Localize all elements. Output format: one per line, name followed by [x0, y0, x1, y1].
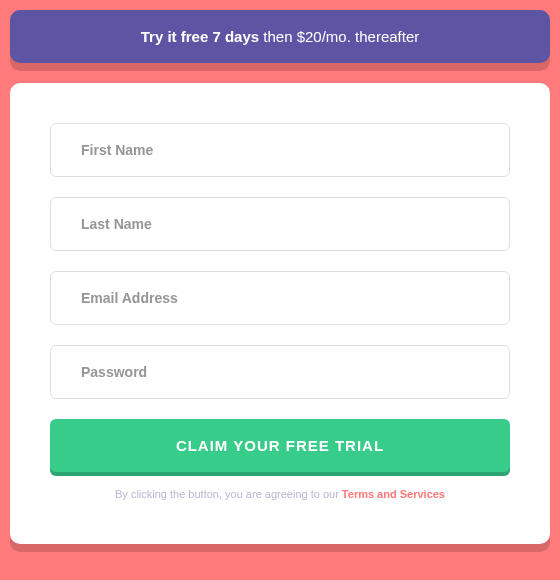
signup-card: CLAIM YOUR FREE TRIAL By clicking the bu…	[10, 83, 550, 544]
terms-prefix: By clicking the button, you are agreeing…	[115, 488, 342, 500]
terms-link[interactable]: Terms and Services	[342, 488, 445, 500]
email-field[interactable]	[50, 271, 510, 325]
promo-banner: Try it free 7 days then $20/mo. thereaft…	[10, 10, 550, 63]
banner-bold-text: Try it free 7 days	[141, 28, 259, 45]
password-field[interactable]	[50, 345, 510, 399]
first-name-field[interactable]	[50, 123, 510, 177]
signup-form: CLAIM YOUR FREE TRIAL By clicking the bu…	[50, 123, 510, 504]
terms-text: By clicking the button, you are agreeing…	[50, 486, 510, 504]
submit-button[interactable]: CLAIM YOUR FREE TRIAL	[50, 419, 510, 472]
last-name-field[interactable]	[50, 197, 510, 251]
banner-rest-text: then $20/mo. thereafter	[259, 28, 419, 45]
